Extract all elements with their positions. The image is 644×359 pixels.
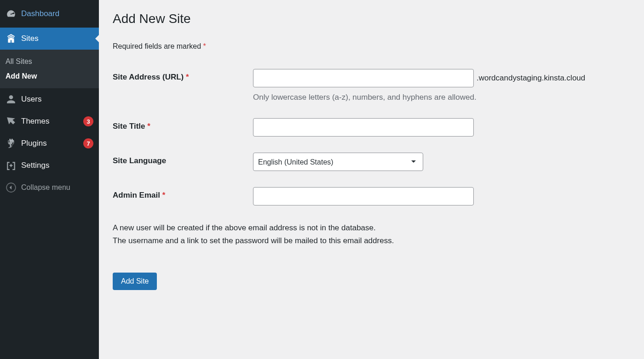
themes-badge: 3 bbox=[83, 116, 93, 126]
site-title-input[interactable] bbox=[253, 118, 474, 137]
sidebar-item-dashboard[interactable]: Dashboard bbox=[0, 0, 99, 28]
submenu-item-all-sites[interactable]: All Sites bbox=[0, 54, 99, 69]
site-language-select[interactable]: English (United States) bbox=[253, 153, 423, 171]
dashboard-icon bbox=[6, 8, 17, 19]
sidebar-item-label: Sites bbox=[21, 34, 93, 43]
settings-icon bbox=[6, 160, 17, 171]
plugins-badge: 7 bbox=[83, 138, 93, 148]
site-address-suffix: .wordcandystaging.kinsta.cloud bbox=[477, 74, 585, 83]
site-address-help: Only lowercase letters (a-z), numbers, a… bbox=[253, 93, 630, 102]
site-language-label: Site Language bbox=[113, 153, 253, 165]
admin-email-input[interactable] bbox=[253, 187, 474, 205]
sidebar-item-settings[interactable]: Settings bbox=[0, 154, 99, 177]
sidebar-item-label: Collapse menu bbox=[21, 183, 93, 192]
sidebar-item-themes[interactable]: Themes 3 bbox=[0, 110, 99, 132]
form-row-site-title: Site Title * bbox=[113, 118, 630, 137]
sidebar-item-users[interactable]: Users bbox=[0, 88, 99, 110]
admin-email-label: Admin Email * bbox=[113, 187, 253, 200]
page-title: Add New Site bbox=[113, 11, 630, 26]
main-content: Add New Site Required fields are marked … bbox=[99, 0, 644, 359]
form-row-site-language: Site Language English (United States) bbox=[113, 153, 630, 171]
required-fields-note: Required fields are marked * bbox=[113, 42, 630, 51]
sites-icon bbox=[6, 33, 17, 44]
site-address-input[interactable] bbox=[253, 69, 474, 87]
add-site-button[interactable]: Add Site bbox=[113, 273, 157, 290]
sidebar-item-label: Settings bbox=[21, 161, 93, 170]
form-row-site-address: Site Address (URL) * .wordcandystaging.k… bbox=[113, 69, 630, 102]
sidebar-item-label: Plugins bbox=[21, 139, 80, 148]
themes-icon bbox=[6, 116, 17, 127]
site-title-label: Site Title * bbox=[113, 118, 253, 131]
admin-sidebar: Dashboard Sites All Sites Add New Users … bbox=[0, 0, 99, 359]
form-row-admin-email: Admin Email * bbox=[113, 187, 630, 205]
site-address-label: Site Address (URL) * bbox=[113, 69, 253, 82]
form-description: A new user will be created if the above … bbox=[113, 222, 630, 247]
plugins-icon bbox=[6, 138, 17, 149]
sidebar-submenu-sites: All Sites Add New bbox=[0, 50, 99, 88]
sidebar-item-label: Themes bbox=[21, 117, 80, 126]
sidebar-item-plugins[interactable]: Plugins 7 bbox=[0, 132, 99, 154]
sidebar-item-label: Users bbox=[21, 95, 93, 104]
sidebar-item-label: Dashboard bbox=[21, 9, 93, 18]
sidebar-item-sites[interactable]: Sites bbox=[0, 28, 99, 50]
users-icon bbox=[6, 94, 17, 105]
sidebar-item-collapse[interactable]: Collapse menu bbox=[0, 177, 99, 199]
submenu-item-add-new[interactable]: Add New bbox=[0, 69, 99, 84]
collapse-icon bbox=[6, 182, 17, 193]
